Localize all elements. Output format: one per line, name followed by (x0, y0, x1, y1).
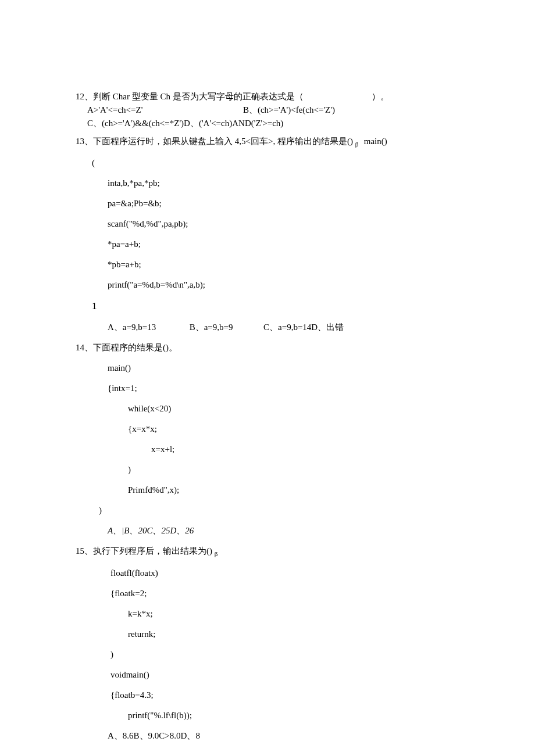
q15-code-5: ) (110, 648, 459, 661)
q13-brace-close: 1 (92, 299, 459, 313)
q12-option-row2: C、(ch>='A')&&(ch<=*Z')D、('A'<=ch)AND('Z'… (87, 117, 459, 130)
q13-ans-a: A、a=9,b=13 (108, 323, 156, 332)
q13-ans-cd: C、a=9,b=14D、出错 (263, 323, 344, 332)
q14-ans-text: A、|B、20C、25D、26 (108, 526, 194, 535)
q15-code-2: {floatk=2; (110, 587, 459, 600)
q12-head-tail: ）。 (372, 92, 389, 101)
q15-code-6: voidmain() (110, 669, 459, 681)
q14-code-5: x=x+l; (151, 443, 459, 456)
q13-code-6: printf("a=%d,b=%d\n",a,b); (108, 279, 459, 291)
beta-sub: β (215, 550, 218, 557)
q13-code-3: scanf("%d,%d",pa,pb); (108, 218, 459, 230)
q14-answers: A、|B、20C、25D、26 (108, 525, 459, 537)
q14-heading: 14、下面程序的结果是()。 (76, 342, 459, 354)
q12-option-a: A>'A'<=ch<=Z' (87, 105, 142, 114)
q14-code-8: ) (99, 504, 459, 517)
q12-option-cd: C、(ch>='A')&&(ch<=*Z')D、('A'<=ch)AND('Z'… (87, 119, 283, 128)
q13-heading: 13、下面程序运行时，如果从键盘上输入 4,5<回车>, 程序输出的结果是() … (76, 135, 459, 149)
q13-head-a: 13、下面程序运行时，如果从键盘上输入 4,5<回车>, 程序输出的结果是() (76, 137, 353, 146)
q13-code-1: inta,b,*pa,*pb; (108, 177, 459, 189)
q13-code-2: pa=&a;Pb=&b; (108, 198, 459, 210)
q14-code-3: while(x<20) (128, 403, 459, 415)
q12-option-row1: A>'A'<=ch<=Z' B、(ch>='A')<fe(ch<='Z') (87, 104, 459, 116)
q15-heading: 15、执行下列程序后，输出结果为() β (76, 545, 459, 558)
q15-code-3: k=k*x; (128, 608, 459, 620)
q14-code-2: {intx=1; (108, 382, 459, 395)
q13-brace-open: ( (92, 157, 459, 169)
q14-code-7: Primfd%d",x); (128, 484, 459, 496)
q13-ans-b: B、a=9,b=9 (190, 323, 233, 332)
q13-code-5: *pb=a+b; (108, 259, 459, 271)
q15-code-1: floatfl(floatx) (110, 567, 459, 579)
q15-code-7: {floatb=4.3; (110, 689, 459, 701)
q15-code-8: printf("%.lf\fl(b)); (128, 710, 459, 722)
q13-answers: A、a=9,b=13 B、a=9,b=9 C、a=9,b=14D、出错 (108, 321, 459, 334)
q15-code-4: returnk; (128, 628, 459, 640)
q14-code-1: main() (108, 362, 459, 374)
q15-head-a: 15、执行下列程序后，输出结果为() (76, 546, 212, 556)
q12-head-text: 12、判断 Char 型变量 Ch 是否为大写字母的正确表达式是（ (76, 92, 304, 101)
q12-option-b: B、(ch>='A')<fe(ch<='Z') (243, 105, 335, 114)
q14-code-6: ) (128, 464, 459, 476)
q15-answers: A、8.6B、9.0C>8.0D、8 (108, 730, 459, 742)
q14-code-4: {x=x*x; (128, 423, 459, 435)
beta-sub: β (355, 141, 359, 148)
q13-head-b: main() (364, 137, 387, 146)
document-page: 12、判断 Char 型变量 Ch 是否为大写字母的正确表达式是（ ）。 A>'… (0, 0, 535, 756)
q12-heading: 12、判断 Char 型变量 Ch 是否为大写字母的正确表达式是（ ）。 (76, 91, 459, 103)
q13-code-4: *pa=a+b; (108, 238, 459, 250)
